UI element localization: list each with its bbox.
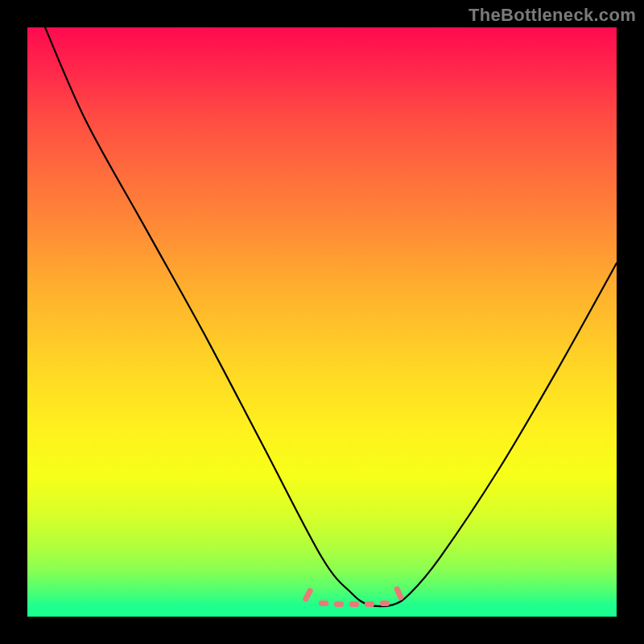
chart-canvas: TheBottleneck.com: [0, 0, 644, 644]
plot-area: [27, 27, 617, 617]
trough-dash: [319, 601, 328, 606]
trough-dash: [365, 601, 374, 607]
trough-dash: [334, 601, 344, 607]
bottleneck-curve: [27, 27, 617, 617]
trough-dash: [380, 601, 390, 606]
watermark-text: TheBottleneck.com: [469, 5, 636, 26]
trough-dash: [349, 601, 359, 607]
